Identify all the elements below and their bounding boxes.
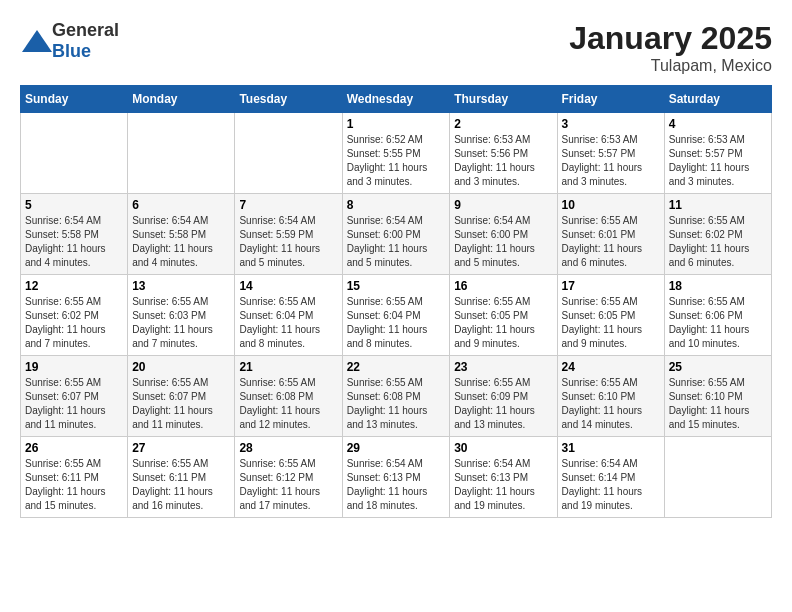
day-number: 19 [25, 360, 123, 374]
calendar-cell: 2Sunrise: 6:53 AM Sunset: 5:56 PM Daylig… [450, 113, 557, 194]
day-info: Sunrise: 6:54 AM Sunset: 5:59 PM Dayligh… [239, 214, 337, 270]
day-info: Sunrise: 6:55 AM Sunset: 6:01 PM Dayligh… [562, 214, 660, 270]
day-info: Sunrise: 6:54 AM Sunset: 6:13 PM Dayligh… [347, 457, 446, 513]
day-number: 24 [562, 360, 660, 374]
day-info: Sunrise: 6:55 AM Sunset: 6:11 PM Dayligh… [132, 457, 230, 513]
day-info: Sunrise: 6:55 AM Sunset: 6:04 PM Dayligh… [347, 295, 446, 351]
calendar-cell: 6Sunrise: 6:54 AM Sunset: 5:58 PM Daylig… [128, 194, 235, 275]
day-number: 4 [669, 117, 767, 131]
day-number: 21 [239, 360, 337, 374]
day-info: Sunrise: 6:55 AM Sunset: 6:05 PM Dayligh… [562, 295, 660, 351]
calendar-cell: 13Sunrise: 6:55 AM Sunset: 6:03 PM Dayli… [128, 275, 235, 356]
calendar-cell: 19Sunrise: 6:55 AM Sunset: 6:07 PM Dayli… [21, 356, 128, 437]
calendar-cell: 4Sunrise: 6:53 AM Sunset: 5:57 PM Daylig… [664, 113, 771, 194]
calendar-header-monday: Monday [128, 86, 235, 113]
day-number: 22 [347, 360, 446, 374]
svg-marker-0 [22, 30, 52, 52]
calendar-week-row: 26Sunrise: 6:55 AM Sunset: 6:11 PM Dayli… [21, 437, 772, 518]
logo-icon [22, 30, 52, 52]
calendar-cell: 25Sunrise: 6:55 AM Sunset: 6:10 PM Dayli… [664, 356, 771, 437]
day-number: 9 [454, 198, 552, 212]
calendar-cell [21, 113, 128, 194]
calendar-cell: 15Sunrise: 6:55 AM Sunset: 6:04 PM Dayli… [342, 275, 450, 356]
day-number: 16 [454, 279, 552, 293]
calendar-cell: 27Sunrise: 6:55 AM Sunset: 6:11 PM Dayli… [128, 437, 235, 518]
calendar-cell: 29Sunrise: 6:54 AM Sunset: 6:13 PM Dayli… [342, 437, 450, 518]
day-info: Sunrise: 6:55 AM Sunset: 6:05 PM Dayligh… [454, 295, 552, 351]
day-number: 1 [347, 117, 446, 131]
day-info: Sunrise: 6:55 AM Sunset: 6:10 PM Dayligh… [562, 376, 660, 432]
day-info: Sunrise: 6:54 AM Sunset: 5:58 PM Dayligh… [132, 214, 230, 270]
calendar-cell: 5Sunrise: 6:54 AM Sunset: 5:58 PM Daylig… [21, 194, 128, 275]
day-number: 13 [132, 279, 230, 293]
logo: General Blue [20, 20, 119, 62]
calendar-header-friday: Friday [557, 86, 664, 113]
day-number: 8 [347, 198, 446, 212]
calendar-cell: 11Sunrise: 6:55 AM Sunset: 6:02 PM Dayli… [664, 194, 771, 275]
calendar-cell: 31Sunrise: 6:54 AM Sunset: 6:14 PM Dayli… [557, 437, 664, 518]
day-number: 20 [132, 360, 230, 374]
day-number: 23 [454, 360, 552, 374]
day-number: 18 [669, 279, 767, 293]
calendar-header-thursday: Thursday [450, 86, 557, 113]
calendar-week-row: 1Sunrise: 6:52 AM Sunset: 5:55 PM Daylig… [21, 113, 772, 194]
day-info: Sunrise: 6:54 AM Sunset: 5:58 PM Dayligh… [25, 214, 123, 270]
logo-blue: Blue [52, 41, 91, 61]
calendar-header-row: SundayMondayTuesdayWednesdayThursdayFrid… [21, 86, 772, 113]
calendar-header-tuesday: Tuesday [235, 86, 342, 113]
day-info: Sunrise: 6:54 AM Sunset: 6:00 PM Dayligh… [454, 214, 552, 270]
day-number: 26 [25, 441, 123, 455]
calendar-table: SundayMondayTuesdayWednesdayThursdayFrid… [20, 85, 772, 518]
logo-text: General Blue [52, 20, 119, 62]
day-number: 12 [25, 279, 123, 293]
day-info: Sunrise: 6:55 AM Sunset: 6:04 PM Dayligh… [239, 295, 337, 351]
calendar-header-sunday: Sunday [21, 86, 128, 113]
calendar-cell: 12Sunrise: 6:55 AM Sunset: 6:02 PM Dayli… [21, 275, 128, 356]
day-info: Sunrise: 6:55 AM Sunset: 6:03 PM Dayligh… [132, 295, 230, 351]
day-info: Sunrise: 6:54 AM Sunset: 6:00 PM Dayligh… [347, 214, 446, 270]
day-info: Sunrise: 6:55 AM Sunset: 6:09 PM Dayligh… [454, 376, 552, 432]
day-info: Sunrise: 6:55 AM Sunset: 6:08 PM Dayligh… [239, 376, 337, 432]
month-title: January 2025 [569, 20, 772, 57]
calendar-week-row: 12Sunrise: 6:55 AM Sunset: 6:02 PM Dayli… [21, 275, 772, 356]
calendar-cell: 10Sunrise: 6:55 AM Sunset: 6:01 PM Dayli… [557, 194, 664, 275]
day-info: Sunrise: 6:55 AM Sunset: 6:02 PM Dayligh… [25, 295, 123, 351]
calendar-week-row: 19Sunrise: 6:55 AM Sunset: 6:07 PM Dayli… [21, 356, 772, 437]
page-header: General Blue January 2025 Tulapam, Mexic… [20, 20, 772, 75]
day-number: 15 [347, 279, 446, 293]
calendar-cell [128, 113, 235, 194]
calendar-week-row: 5Sunrise: 6:54 AM Sunset: 5:58 PM Daylig… [21, 194, 772, 275]
calendar-cell: 22Sunrise: 6:55 AM Sunset: 6:08 PM Dayli… [342, 356, 450, 437]
day-number: 7 [239, 198, 337, 212]
day-number: 28 [239, 441, 337, 455]
calendar-cell: 20Sunrise: 6:55 AM Sunset: 6:07 PM Dayli… [128, 356, 235, 437]
day-info: Sunrise: 6:53 AM Sunset: 5:57 PM Dayligh… [669, 133, 767, 189]
day-number: 27 [132, 441, 230, 455]
calendar-cell: 8Sunrise: 6:54 AM Sunset: 6:00 PM Daylig… [342, 194, 450, 275]
calendar-cell [235, 113, 342, 194]
logo-general: General [52, 20, 119, 40]
day-info: Sunrise: 6:55 AM Sunset: 6:10 PM Dayligh… [669, 376, 767, 432]
day-info: Sunrise: 6:52 AM Sunset: 5:55 PM Dayligh… [347, 133, 446, 189]
calendar-cell: 14Sunrise: 6:55 AM Sunset: 6:04 PM Dayli… [235, 275, 342, 356]
day-number: 31 [562, 441, 660, 455]
day-info: Sunrise: 6:55 AM Sunset: 6:12 PM Dayligh… [239, 457, 337, 513]
day-number: 29 [347, 441, 446, 455]
day-number: 2 [454, 117, 552, 131]
day-info: Sunrise: 6:55 AM Sunset: 6:07 PM Dayligh… [25, 376, 123, 432]
day-number: 11 [669, 198, 767, 212]
day-number: 14 [239, 279, 337, 293]
title-block: January 2025 Tulapam, Mexico [569, 20, 772, 75]
day-info: Sunrise: 6:55 AM Sunset: 6:02 PM Dayligh… [669, 214, 767, 270]
calendar-cell: 17Sunrise: 6:55 AM Sunset: 6:05 PM Dayli… [557, 275, 664, 356]
day-info: Sunrise: 6:55 AM Sunset: 6:07 PM Dayligh… [132, 376, 230, 432]
calendar-cell: 16Sunrise: 6:55 AM Sunset: 6:05 PM Dayli… [450, 275, 557, 356]
calendar-cell: 24Sunrise: 6:55 AM Sunset: 6:10 PM Dayli… [557, 356, 664, 437]
day-number: 6 [132, 198, 230, 212]
location: Tulapam, Mexico [569, 57, 772, 75]
calendar-cell [664, 437, 771, 518]
day-info: Sunrise: 6:55 AM Sunset: 6:06 PM Dayligh… [669, 295, 767, 351]
calendar-cell: 30Sunrise: 6:54 AM Sunset: 6:13 PM Dayli… [450, 437, 557, 518]
day-number: 3 [562, 117, 660, 131]
day-info: Sunrise: 6:54 AM Sunset: 6:14 PM Dayligh… [562, 457, 660, 513]
